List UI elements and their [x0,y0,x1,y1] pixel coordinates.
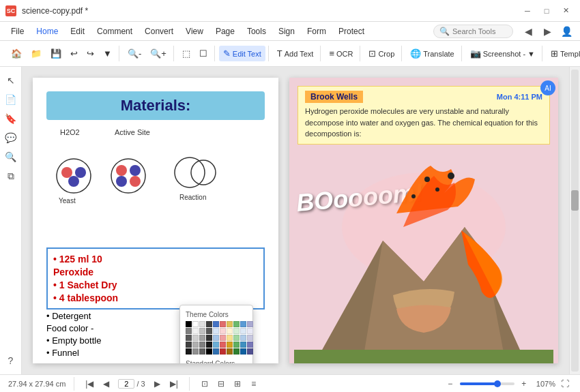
color-cell[interactable] [233,321,240,327]
color-cell[interactable] [206,328,212,334]
zoom-in-btn[interactable]: + [517,377,531,391]
toolbar-hand-btn[interactable]: ☐ [195,46,212,61]
color-cell[interactable] [186,321,192,327]
toolbar-open-btn[interactable]: 📁 [27,46,46,61]
color-cell[interactable] [206,321,212,327]
crop-button[interactable]: ⊡ Crop [364,46,398,61]
color-cell[interactable] [220,335,226,341]
menu-home[interactable]: Home [31,25,63,38]
search-tools-input[interactable] [452,27,507,35]
color-cell[interactable] [247,342,253,348]
color-cell[interactable] [233,328,240,334]
sidebar-page-btn[interactable]: 📄 [3,91,19,108]
menu-comment[interactable]: Comment [91,25,138,38]
menu-tools[interactable]: Tools [242,25,272,38]
color-cell[interactable] [192,328,199,334]
color-cell[interactable] [213,328,219,334]
color-cell[interactable] [240,342,246,348]
first-page-btn[interactable]: |◀ [83,377,96,391]
color-cell[interactable] [220,342,226,348]
view-mode-2-btn[interactable]: ⊟ [214,377,228,391]
color-cell[interactable] [220,348,226,355]
color-cell[interactable] [199,321,205,327]
color-cell[interactable] [247,321,253,327]
edit-text-button[interactable]: ✎ Edit Text [219,46,265,61]
color-cell[interactable] [240,321,246,327]
menu-form[interactable]: Form [302,25,332,38]
zoom-slider-thumb[interactable] [494,380,501,387]
menu-sign[interactable]: Sign [273,25,300,38]
color-cell[interactable] [213,348,219,355]
current-page-input[interactable] [118,379,134,389]
zoom-out-btn[interactable]: − [444,377,457,391]
sidebar-help-btn[interactable]: ? [3,352,19,369]
view-mode-3-btn[interactable]: ⊞ [231,377,244,391]
color-cell[interactable] [247,335,253,341]
nav-forward-btn[interactable]: ▶ [539,23,555,40]
toolbar-more-btn[interactable]: ▼ [99,46,116,61]
menu-view[interactable]: View [180,25,209,38]
sidebar-comment-btn[interactable]: 💬 [3,130,19,146]
menu-edit[interactable]: Edit [65,25,90,38]
color-cell[interactable] [240,348,246,355]
ocr-button[interactable]: ≡ OCR [325,46,357,61]
toolbar-redo-btn[interactable]: ↪ [83,46,98,61]
color-cell[interactable] [206,335,212,341]
toolbar-save-btn[interactable]: 💾 [46,46,66,61]
search-tools-box[interactable]: 🔍 [433,25,513,38]
color-cell[interactable] [227,348,233,355]
color-cell[interactable] [192,348,199,355]
sidebar-cursor-btn[interactable]: ↖ [3,72,19,89]
color-cell[interactable] [227,328,233,334]
color-cell[interactable] [186,328,192,334]
color-cell[interactable] [186,335,192,341]
menu-protect[interactable]: Protect [333,25,370,38]
color-cell[interactable] [227,335,233,341]
color-cell[interactable] [227,342,233,348]
color-cell[interactable] [213,335,219,341]
color-cell[interactable] [192,342,199,348]
menu-convert[interactable]: Convert [139,25,179,38]
maximize-button[interactable]: □ [538,4,555,18]
fullscreen-btn[interactable]: ⛶ [558,377,572,391]
toolbar-zoom-out-btn[interactable]: 🔍- [124,46,145,61]
template-button[interactable]: ⊞ Template [547,46,580,61]
screenshot-button[interactable]: 📷 Screenshot - ▼ [466,46,539,61]
color-cell[interactable] [199,328,205,334]
toolbar-select-btn[interactable]: ⬚ [178,46,194,61]
toolbar-undo-btn[interactable]: ↩ [66,46,82,61]
nav-back-btn[interactable]: ◀ [520,23,536,40]
color-cell[interactable] [199,335,205,341]
sidebar-layers-btn[interactable]: ⧉ [3,168,19,184]
minimize-button[interactable]: ─ [519,4,536,18]
menu-page[interactable]: Page [210,25,240,38]
next-page-btn[interactable]: ▶ [151,377,164,391]
color-cell[interactable] [192,321,199,327]
color-cell[interactable] [213,342,219,348]
color-cell[interactable] [240,328,246,334]
color-cell[interactable] [233,335,240,341]
color-cell[interactable] [206,348,212,355]
translate-button[interactable]: 🌐 Translate [406,46,458,61]
color-cell[interactable] [227,321,233,327]
color-cell[interactable] [199,342,205,348]
close-button[interactable]: ✕ [557,4,575,18]
scrollbar-thumb[interactable] [571,190,579,211]
view-mode-1-btn[interactable]: ⊡ [198,377,212,391]
color-cell[interactable] [233,348,240,355]
color-cell[interactable] [186,342,192,348]
color-cell[interactable] [213,321,219,327]
screenshot-arrow-icon[interactable]: ▼ [527,50,535,58]
smart-feature-button[interactable]: AI [540,80,555,95]
color-cell[interactable] [247,348,253,355]
menu-file[interactable]: File [5,25,29,38]
color-cell[interactable] [192,335,199,341]
last-page-btn[interactable]: ▶| [167,377,181,391]
color-cell[interactable] [247,328,253,334]
view-mode-4-btn[interactable]: ≡ [247,377,261,391]
color-cell[interactable] [220,321,226,327]
color-cell[interactable] [240,335,246,341]
color-cell[interactable] [199,348,205,355]
user-btn[interactable]: 👤 [558,23,575,40]
color-cell[interactable] [186,348,192,355]
